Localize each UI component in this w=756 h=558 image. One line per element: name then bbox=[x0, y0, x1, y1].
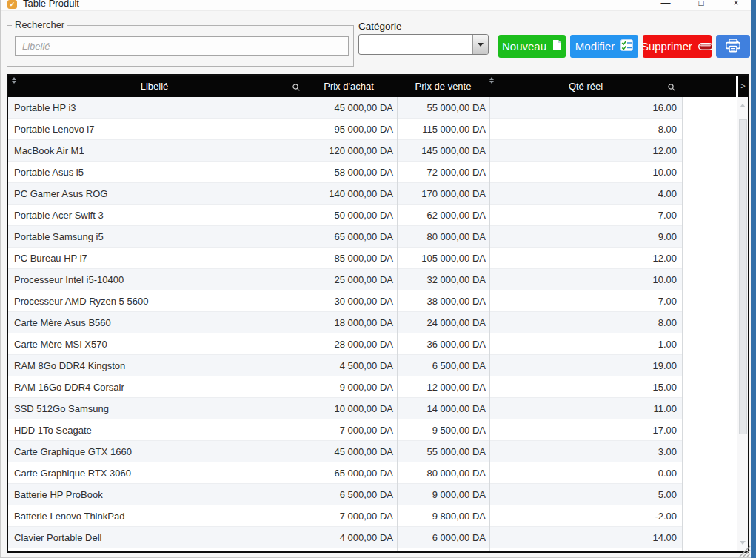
window-title: Table Produit bbox=[23, 0, 79, 9]
maximize-button[interactable]: □ bbox=[694, 0, 709, 10]
cell-libelle: Processeur Intel i5-10400 bbox=[8, 274, 301, 285]
cell-qte-reel: 17.00 bbox=[489, 425, 682, 436]
cell-prix-achat: 85 000,00 DA bbox=[301, 253, 397, 264]
column-header-prix-vente[interactable]: Prix de vente bbox=[397, 76, 489, 97]
column-header-qte-reel[interactable]: Qté réel bbox=[489, 76, 682, 97]
cell-libelle: Batterie Lenovo ThinkPad bbox=[8, 511, 301, 522]
cell-prix-achat: 7 000,00 DA bbox=[301, 511, 397, 522]
vertical-scrollbar[interactable] bbox=[737, 97, 748, 551]
table-row[interactable]: Carte Graphique GTX 1660 45 000,00 DA 55… bbox=[8, 441, 682, 462]
cell-libelle: Processeur AMD Ryzen 5 5600 bbox=[8, 296, 301, 307]
search-input[interactable] bbox=[15, 36, 349, 56]
cell-prix-vente: 14 000,00 DA bbox=[397, 403, 489, 414]
table-row[interactable]: HDD 1To Seagate 7 000,00 DA 9 500,00 DA … bbox=[8, 419, 682, 441]
cell-qte-reel: 14.00 bbox=[489, 532, 682, 543]
table-row[interactable]: Portable HP i3 45 000,00 DA 55 000,00 DA… bbox=[8, 97, 682, 119]
new-document-icon bbox=[552, 39, 562, 53]
table-row[interactable]: Processeur Intel i5-10400 25 000,00 DA 3… bbox=[8, 269, 682, 290]
cell-libelle: Carte Mère Asus B560 bbox=[8, 317, 301, 328]
table-row[interactable]: PC Bureau HP i7 85 000,00 DA 105 000,00 … bbox=[8, 248, 682, 269]
cell-prix-vente: 24 000,00 DA bbox=[397, 317, 489, 328]
column-header-prix-achat[interactable]: Prix d'achat bbox=[301, 76, 397, 97]
table-row[interactable]: RAM 8Go DDR4 Kingston 4 500,00 DA 6 500,… bbox=[8, 355, 682, 376]
cell-prix-vente: 80 000,00 DA bbox=[397, 231, 489, 242]
cell-qte-reel: -2.00 bbox=[489, 511, 682, 522]
table-row[interactable]: PC Gamer Asus ROG 140 000,00 DA 170 000,… bbox=[8, 183, 682, 205]
cell-prix-achat: 45 000,00 DA bbox=[301, 446, 397, 457]
cell-qte-reel: 1.00 bbox=[489, 339, 682, 350]
cell-qte-reel: 12.00 bbox=[489, 253, 682, 264]
scroll-up-icon[interactable] bbox=[740, 104, 746, 107]
cell-libelle: HDD 1To Seagate bbox=[8, 425, 301, 436]
scrollbar-thumb[interactable] bbox=[739, 119, 747, 434]
modifier-button[interactable]: Modifier bbox=[570, 35, 638, 58]
table-row[interactable]: MacBook Air M1 120 000,00 DA 145 000,00 … bbox=[8, 140, 682, 162]
table-row[interactable]: Portable Acer Swift 3 50 000,00 DA 62 00… bbox=[8, 205, 682, 226]
cell-prix-vente: 105 000,00 DA bbox=[397, 253, 489, 264]
cell-libelle: Portable Asus i5 bbox=[8, 167, 301, 178]
cell-prix-vente: 62 000,00 DA bbox=[397, 210, 489, 221]
table-row[interactable]: Carte Mère Asus B560 18 000,00 DA 24 000… bbox=[8, 312, 682, 333]
chevron-down-icon bbox=[478, 43, 484, 47]
nouveau-button[interactable]: Nouveau bbox=[498, 35, 566, 58]
table-row[interactable]: Portable Asus i5 58 000,00 DA 72 000,00 … bbox=[8, 162, 682, 183]
table-row[interactable]: Batterie HP ProBook 6 500,00 DA 9 000,00… bbox=[8, 484, 682, 505]
cell-qte-reel: 5.00 bbox=[489, 489, 682, 500]
cell-prix-achat: 28 000,00 DA bbox=[301, 339, 397, 350]
cell-prix-vente: 9 000,00 DA bbox=[397, 489, 489, 500]
cell-prix-achat: 6 500,00 DA bbox=[301, 489, 397, 500]
table-row[interactable]: Clavier Portable Dell 4 000,00 DA 6 000,… bbox=[8, 527, 682, 548]
supprimer-button[interactable]: Supprimer bbox=[643, 35, 712, 58]
product-grid: Libellé Prix d'achat Prix de vente Qté r… bbox=[7, 74, 749, 553]
cell-prix-vente: 80 000,00 DA bbox=[397, 468, 489, 479]
app-window: ✓ Table Produit — □ × Rechercher Catégor… bbox=[0, 0, 756, 558]
cell-prix-achat: 50 000,00 DA bbox=[301, 210, 397, 221]
combobox-dropdown-button[interactable] bbox=[472, 35, 488, 54]
cell-prix-vente: 145 000,00 DA bbox=[397, 145, 489, 156]
cell-libelle: Portable Lenovo i7 bbox=[8, 124, 301, 135]
cell-libelle: RAM 8Go DDR4 Kingston bbox=[8, 360, 301, 371]
cell-libelle: Carte Graphique RTX 3060 bbox=[8, 468, 301, 479]
grid-header: Libellé Prix d'achat Prix de vente Qté r… bbox=[8, 76, 736, 97]
cell-prix-achat: 45 000,00 DA bbox=[301, 102, 397, 113]
search-icon[interactable] bbox=[667, 82, 676, 95]
print-button[interactable] bbox=[716, 35, 750, 58]
cell-libelle: MacBook Air M1 bbox=[8, 145, 301, 156]
cell-qte-reel: 4.00 bbox=[489, 188, 682, 199]
table-row[interactable]: SSD 512Go Samsung 10 000,00 DA 14 000,00… bbox=[8, 398, 682, 419]
cell-qte-reel: 15.00 bbox=[489, 382, 682, 393]
cell-prix-vente: 170 000,00 DA bbox=[397, 188, 489, 199]
column-header-libelle[interactable]: Libellé bbox=[8, 76, 301, 97]
supprimer-button-label: Supprimer bbox=[641, 40, 692, 53]
cell-prix-achat: 7 000,00 DA bbox=[301, 425, 397, 436]
scroll-right-icon[interactable]: > bbox=[738, 76, 748, 97]
table-row[interactable]: RAM 16Go DDR4 Corsair 9 000,00 DA 12 000… bbox=[8, 376, 682, 398]
cell-prix-vente: 6 500,00 DA bbox=[397, 360, 489, 371]
table-row[interactable]: Portable Samsung i5 65 000,00 DA 80 000,… bbox=[8, 226, 682, 248]
table-row[interactable]: Batterie Lenovo ThinkPad 7 000,00 DA 9 8… bbox=[8, 505, 682, 527]
app-icon: ✓ bbox=[7, 0, 17, 9]
cell-prix-vente: 6 000,00 DA bbox=[397, 532, 489, 543]
category-combobox[interactable] bbox=[358, 34, 489, 55]
cell-prix-achat: 65 000,00 DA bbox=[301, 468, 397, 479]
table-row[interactable]: Carte Graphique RTX 3060 65 000,00 DA 80… bbox=[8, 462, 682, 484]
cell-prix-vente: 9 500,00 DA bbox=[397, 425, 489, 436]
cell-prix-achat: 4 000,00 DA bbox=[301, 532, 397, 543]
cell-libelle: Clavier Portable Dell bbox=[8, 532, 301, 543]
cell-qte-reel: 19.00 bbox=[489, 360, 682, 371]
cell-prix-vente: 55 000,00 DA bbox=[397, 446, 489, 457]
resize-grip-icon[interactable] bbox=[737, 544, 751, 558]
close-button[interactable]: × bbox=[729, 0, 743, 10]
cell-prix-vente: 32 000,00 DA bbox=[397, 274, 489, 285]
table-row[interactable]: Carte Mère MSI X570 28 000,00 DA 36 000,… bbox=[8, 333, 682, 355]
table-row[interactable]: Processeur AMD Ryzen 5 5600 30 000,00 DA… bbox=[8, 290, 682, 312]
cell-libelle: Portable Acer Swift 3 bbox=[8, 210, 301, 221]
cell-prix-achat: 120 000,00 DA bbox=[301, 145, 397, 156]
cell-libelle: Batterie HP ProBook bbox=[8, 489, 301, 500]
cell-prix-vente: 36 000,00 DA bbox=[397, 339, 489, 350]
cell-libelle: SSD 512Go Samsung bbox=[8, 403, 301, 414]
search-icon[interactable] bbox=[292, 82, 301, 95]
cell-qte-reel: 10.00 bbox=[489, 274, 682, 285]
table-row[interactable]: Portable Lenovo i7 95 000,00 DA 115 000,… bbox=[8, 119, 682, 140]
minimize-button[interactable]: — bbox=[658, 0, 673, 10]
